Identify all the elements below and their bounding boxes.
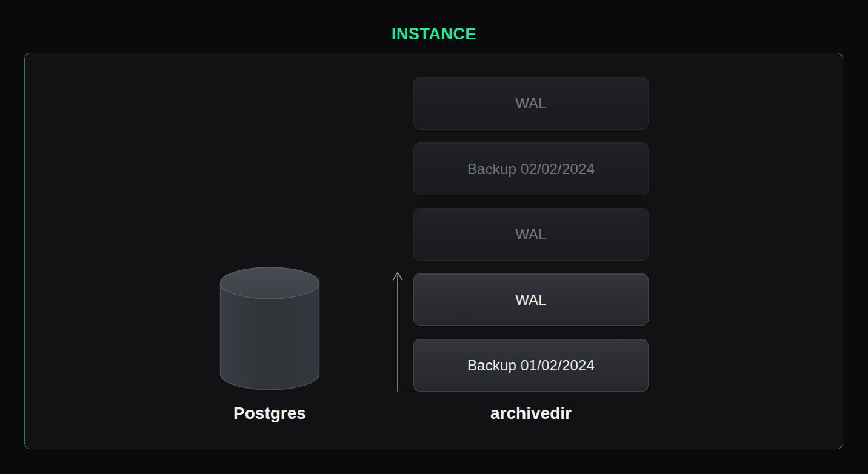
archive-box-wal-2: WAL — [413, 208, 649, 261]
diagram-stage: INSTANCE Postgres — [0, 0, 868, 474]
instance-title: INSTANCE — [0, 25, 868, 44]
upward-arrow-icon — [392, 270, 404, 395]
archive-box-wal-1: WAL — [413, 77, 649, 130]
archive-box-backup-2: Backup 01/02/2024 — [413, 339, 649, 392]
archivedir-label: archivedir — [440, 404, 622, 423]
postgres-label: Postgres — [179, 404, 361, 423]
database-cylinder-icon — [219, 266, 320, 391]
archive-box-backup-1: Backup 02/02/2024 — [413, 142, 649, 195]
instance-panel: Postgres WAL Backup 02/02/2024 WAL WAL B… — [24, 53, 843, 449]
archive-box-wal-3: WAL — [413, 273, 649, 326]
